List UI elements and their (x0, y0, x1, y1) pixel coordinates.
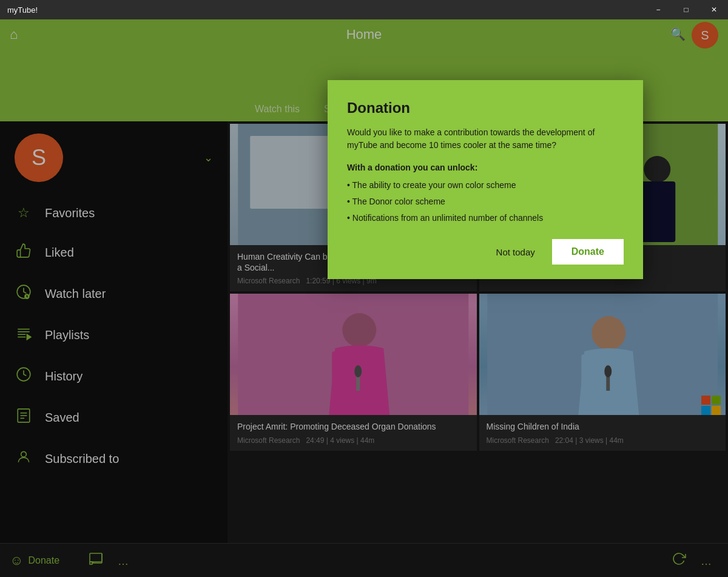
donation-modal: Donation Would you like to make a contri… (328, 80, 643, 279)
maximize-button[interactable]: □ (672, 0, 700, 19)
close-button[interactable]: ✕ (700, 0, 728, 19)
modal-features: With a donation you can unlock: • The ab… (347, 161, 624, 224)
modal-feature-2: • The Donor color scheme (347, 195, 624, 208)
modal-title: Donation (347, 100, 624, 116)
modal-feature-3: • Notifications from an unlimited number… (347, 212, 624, 224)
donate-button[interactable]: Donate (552, 239, 624, 265)
modal-feature-1: • The ability to create your own color s… (347, 179, 624, 192)
titlebar: myTube! − □ ✕ (0, 0, 728, 19)
not-today-button[interactable]: Not today (484, 241, 547, 263)
minimize-button[interactable]: − (644, 0, 672, 19)
modal-overlay: Donation Would you like to make a contri… (0, 19, 728, 577)
modal-features-title: With a donation you can unlock: (347, 161, 624, 174)
app-title: myTube! (7, 5, 38, 15)
window-controls: − □ ✕ (644, 0, 728, 19)
modal-body: Would you like to make a contribution to… (347, 126, 624, 224)
modal-actions: Not today Donate (347, 239, 624, 265)
